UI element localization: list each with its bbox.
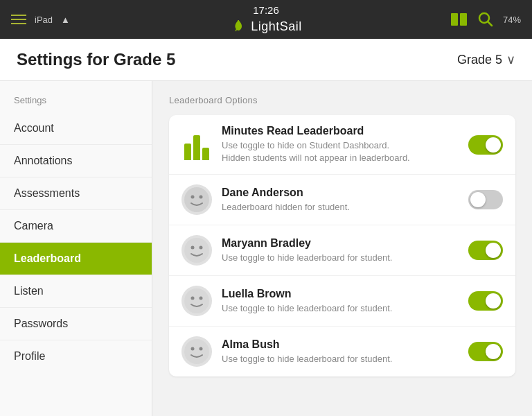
svg-rect-1 bbox=[460, 13, 467, 26]
svg-point-12 bbox=[200, 297, 203, 300]
page-title: Settings for Grade 5 bbox=[17, 50, 175, 69]
table-row: Luella Brown Use toggle to hide leaderbo… bbox=[169, 276, 515, 327]
content-area: Leaderboard Options Minutes Read Leaderb… bbox=[152, 81, 532, 416]
top-bar-right: 74% bbox=[450, 12, 521, 27]
leaderboard-card: Minutes Read Leaderboard Use toggle to h… bbox=[169, 115, 515, 376]
svg-point-5 bbox=[191, 196, 195, 199]
time-display: 17:26 bbox=[253, 4, 279, 16]
grade-selector[interactable]: Grade 5 ∨ bbox=[457, 52, 515, 67]
minutes-read-desc: Use toggle to hide on Student Dashboard.… bbox=[222, 139, 459, 164]
sidebar-item-listen[interactable]: Listen bbox=[0, 275, 152, 308]
dane-anderson-info: Dane Anderson Leaderboard hidden for stu… bbox=[222, 187, 459, 214]
minutes-read-name: Minutes Read Leaderboard bbox=[222, 125, 459, 137]
table-row: Dane Anderson Leaderboard hidden for stu… bbox=[169, 175, 515, 225]
table-row: Minutes Read Leaderboard Use toggle to h… bbox=[169, 115, 515, 175]
sidebar-item-account[interactable]: Account bbox=[0, 112, 152, 145]
svg-point-8 bbox=[191, 246, 195, 250]
luella-brown-name: Luella Brown bbox=[222, 288, 459, 300]
wifi-icon: ▲ bbox=[61, 15, 70, 25]
avatar bbox=[181, 336, 212, 367]
avatar bbox=[181, 235, 212, 266]
grade-selector-label: Grade 5 bbox=[457, 53, 502, 67]
books-icon[interactable] bbox=[450, 12, 468, 27]
page-header: Settings for Grade 5 Grade 5 ∨ bbox=[0, 39, 532, 81]
sidebar-item-annotations[interactable]: Annotations bbox=[0, 145, 152, 177]
svg-point-11 bbox=[191, 297, 195, 300]
logo-text: LightSail bbox=[251, 19, 302, 34]
top-bar-left: iPad ▲ bbox=[11, 15, 70, 25]
dane-anderson-toggle[interactable] bbox=[468, 190, 503, 209]
svg-point-6 bbox=[200, 196, 203, 199]
top-bar: iPad ▲ 17:26 LightSail 74% bbox=[0, 0, 532, 39]
maryann-bradley-toggle[interactable] bbox=[468, 241, 503, 260]
battery-label: 74% bbox=[503, 15, 521, 25]
alma-bush-desc: Use toggle to hide leaderboard for stude… bbox=[222, 353, 459, 365]
luella-brown-toggle[interactable] bbox=[468, 291, 503, 311]
svg-point-9 bbox=[200, 246, 203, 250]
sidebar-item-assessments[interactable]: Assessments bbox=[0, 177, 152, 210]
content-section-label: Leaderboard Options bbox=[169, 95, 515, 105]
maryann-bradley-info: Maryann Bradley Use toggle to hide leade… bbox=[222, 237, 459, 264]
sidebar-item-camera[interactable]: Camera bbox=[0, 210, 152, 243]
main-content: Settings Account Annotations Assessments… bbox=[0, 81, 532, 416]
sidebar-section-label: Settings bbox=[0, 89, 152, 112]
table-row: Maryann Bradley Use toggle to hide leade… bbox=[169, 225, 515, 276]
avatar bbox=[181, 286, 212, 316]
dane-anderson-desc: Leaderboard hidden for student. bbox=[222, 201, 459, 214]
maryann-bradley-name: Maryann Bradley bbox=[222, 237, 459, 250]
sidebar-item-passwords[interactable]: Passwords bbox=[0, 308, 152, 340]
svg-point-15 bbox=[200, 347, 203, 351]
chevron-down-icon: ∨ bbox=[506, 52, 515, 67]
bar-chart-icon bbox=[181, 130, 212, 160]
svg-point-4 bbox=[184, 187, 209, 212]
dane-anderson-name: Dane Anderson bbox=[222, 187, 459, 199]
luella-brown-info: Luella Brown Use toggle to hide leaderbo… bbox=[222, 288, 459, 315]
svg-point-14 bbox=[191, 347, 195, 351]
luella-brown-desc: Use toggle to hide leaderboard for stude… bbox=[222, 302, 459, 315]
sidebar-item-leaderboard[interactable]: Leaderboard bbox=[0, 243, 152, 275]
hamburger-menu-button[interactable] bbox=[11, 15, 26, 24]
device-label: iPad bbox=[35, 15, 53, 25]
sidebar-item-profile[interactable]: Profile bbox=[0, 340, 152, 372]
search-icon[interactable] bbox=[478, 12, 493, 27]
minutes-read-toggle[interactable] bbox=[468, 135, 503, 155]
maryann-bradley-desc: Use toggle to hide leaderboard for stude… bbox=[222, 252, 459, 264]
svg-point-13 bbox=[184, 339, 209, 364]
svg-point-10 bbox=[184, 288, 209, 313]
avatar bbox=[181, 184, 212, 215]
logo-icon bbox=[230, 19, 247, 35]
minutes-read-info: Minutes Read Leaderboard Use toggle to h… bbox=[222, 125, 459, 164]
alma-bush-info: Alma Bush Use toggle to hide leaderboard… bbox=[222, 338, 459, 365]
svg-rect-0 bbox=[451, 13, 458, 26]
alma-bush-toggle[interactable] bbox=[468, 342, 503, 361]
alma-bush-name: Alma Bush bbox=[222, 338, 459, 351]
svg-line-3 bbox=[488, 22, 492, 26]
sidebar: Settings Account Annotations Assessments… bbox=[0, 81, 152, 416]
svg-point-7 bbox=[184, 238, 209, 263]
table-row: Alma Bush Use toggle to hide leaderboard… bbox=[169, 327, 515, 376]
